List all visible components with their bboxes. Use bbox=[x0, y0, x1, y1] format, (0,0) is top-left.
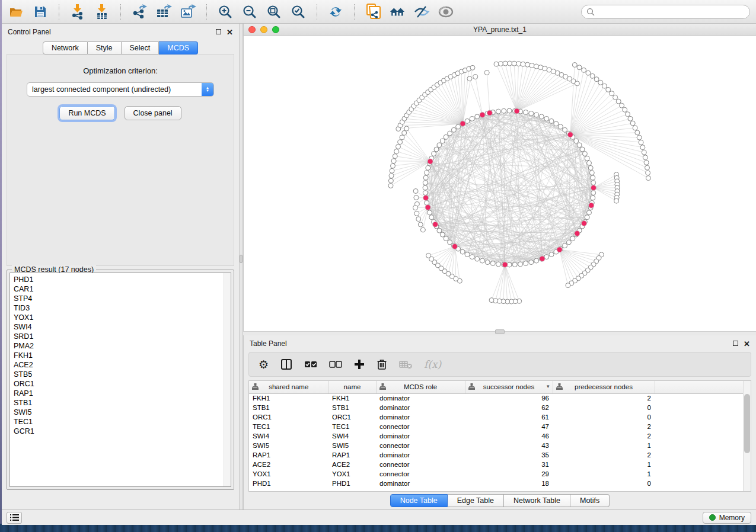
main-toolbar bbox=[2, 0, 756, 24]
column-header-MCDS-role[interactable]: MCDS role bbox=[376, 381, 465, 393]
mcds-result-item[interactable]: SWI4 bbox=[14, 322, 231, 332]
mcds-result-item[interactable]: PHD1 bbox=[14, 275, 231, 284]
table-panel-close-icon[interactable]: ✕ bbox=[744, 340, 750, 348]
horizontal-splitter-grip[interactable] bbox=[495, 329, 505, 334]
mcds-result-item[interactable]: SRD1 bbox=[14, 332, 231, 341]
mcds-list-scrollbar[interactable] bbox=[224, 273, 231, 486]
select-all-rows-icon[interactable] bbox=[304, 360, 317, 368]
tab-node-table[interactable]: Node Table bbox=[390, 494, 448, 507]
table-row[interactable]: RAP1RAP1dominator352 bbox=[249, 450, 751, 460]
close-panel-button[interactable]: Close panel bbox=[125, 106, 181, 120]
tab-motifs[interactable]: Motifs bbox=[570, 494, 610, 507]
run-mcds-button[interactable]: Run MCDS bbox=[59, 106, 114, 120]
node-table-header-row: shared namenameMCDS rolesuccessor nodes▾… bbox=[249, 381, 751, 393]
table-row[interactable]: ACE2ACE2connector311 bbox=[249, 460, 751, 469]
network-canvas[interactable] bbox=[244, 36, 756, 331]
zoom-out-icon[interactable] bbox=[241, 4, 258, 20]
mcds-result-item[interactable]: STP4 bbox=[14, 294, 231, 303]
window-minimize-icon[interactable] bbox=[260, 26, 267, 33]
window-close-icon[interactable] bbox=[248, 26, 256, 33]
column-header-predecessor-nodes[interactable]: predecessor nodes bbox=[553, 381, 655, 393]
table-scrollbar-thumb[interactable] bbox=[744, 394, 750, 453]
control-panel-title: Control Panel bbox=[8, 28, 51, 36]
delete-columns-icon[interactable] bbox=[377, 358, 387, 370]
table-row[interactable]: SWI5SWI5connector431 bbox=[249, 441, 751, 450]
status-bar: Memory bbox=[2, 509, 756, 525]
mcds-result-item[interactable]: YOX1 bbox=[14, 313, 231, 322]
save-session-icon[interactable] bbox=[32, 4, 49, 20]
tab-mcds[interactable]: MCDS bbox=[159, 41, 198, 55]
optimization-criterion-select[interactable]: largest connected component (undirected)… bbox=[27, 82, 214, 97]
table-settings-icon[interactable]: ⚙ bbox=[259, 358, 269, 371]
table-row[interactable]: TEC1TEC1connector472 bbox=[249, 422, 751, 431]
export-image-icon[interactable] bbox=[180, 4, 196, 20]
show-log-console-button[interactable] bbox=[7, 512, 22, 524]
table-row[interactable]: ORC1ORC1dominator610 bbox=[249, 412, 751, 422]
control-panel-float-icon[interactable] bbox=[216, 29, 221, 36]
node-table-body: FKH1FKH1dominator962STB1STB1dominator620… bbox=[249, 393, 751, 488]
mcds-result-item[interactable]: RAP1 bbox=[14, 389, 231, 398]
table-row[interactable]: SWI4SWI4dominator462 bbox=[249, 431, 751, 441]
tab-style[interactable]: Style bbox=[88, 41, 122, 55]
delete-table-icon bbox=[399, 360, 412, 369]
table-row[interactable]: YOX1YOX1connector291 bbox=[249, 469, 751, 479]
memory-status-icon bbox=[709, 514, 716, 521]
open-file-icon[interactable] bbox=[8, 4, 24, 20]
optimization-criterion-label: Optimization criterion: bbox=[7, 66, 234, 75]
import-network-icon[interactable] bbox=[69, 4, 86, 20]
clone-network-icon[interactable] bbox=[365, 4, 381, 20]
search-input[interactable] bbox=[598, 8, 745, 16]
vertical-splitter-grip[interactable] bbox=[240, 255, 243, 263]
function-builder-icon: f(x) bbox=[424, 358, 441, 370]
list-icon bbox=[10, 514, 19, 521]
tab-network[interactable]: Network bbox=[43, 41, 88, 55]
mcds-result-item[interactable]: STB5 bbox=[14, 370, 231, 379]
mcds-result-item[interactable]: SWI5 bbox=[14, 408, 231, 417]
mcds-result-item[interactable]: TID3 bbox=[14, 303, 231, 313]
mcds-result-item[interactable]: STB1 bbox=[14, 398, 231, 408]
tab-select[interactable]: Select bbox=[122, 41, 160, 55]
table-toolbar: ⚙ bbox=[248, 352, 751, 377]
vertical-splitter[interactable] bbox=[239, 24, 243, 509]
table-row[interactable]: FKH1FKH1dominator962 bbox=[249, 393, 751, 403]
import-table-icon[interactable] bbox=[94, 4, 110, 20]
window-maximize-icon[interactable] bbox=[272, 26, 279, 33]
table-scrollbar[interactable] bbox=[743, 381, 751, 491]
export-network-icon[interactable] bbox=[131, 4, 148, 20]
table-row[interactable]: STB1STB1dominator620 bbox=[249, 403, 751, 412]
node-table-container: shared namenameMCDS rolesuccessor nodes▾… bbox=[248, 380, 751, 492]
export-table-icon[interactable] bbox=[155, 4, 172, 20]
zoom-selected-icon[interactable] bbox=[290, 4, 307, 20]
refresh-view-icon[interactable] bbox=[327, 4, 344, 20]
mcds-result-item[interactable]: TEC1 bbox=[14, 417, 231, 427]
cytoscape-window: Control Panel ✕ NetworkStyleSelectMCDS O… bbox=[2, 0, 756, 525]
mcds-result-list[interactable]: PHD1CAR1STP4TID3YOX1SWI4SRD1PMA2FKH1ACE2… bbox=[9, 273, 231, 487]
hide-selected-icon[interactable] bbox=[413, 4, 430, 20]
table-panel: Table Panel ✕ ⚙ bbox=[243, 335, 756, 509]
first-neighbors-icon[interactable] bbox=[389, 4, 406, 20]
zoom-fit-icon[interactable] bbox=[266, 4, 282, 20]
column-header-name[interactable]: name bbox=[328, 381, 376, 393]
mcds-result-item[interactable]: GCR1 bbox=[14, 427, 231, 436]
add-column-icon[interactable] bbox=[354, 359, 365, 370]
column-header-successor-nodes[interactable]: successor nodes▾ bbox=[465, 381, 553, 393]
network-search-box[interactable] bbox=[581, 5, 750, 19]
mcds-result-item[interactable]: PMA2 bbox=[14, 341, 231, 351]
memory-button[interactable]: Memory bbox=[703, 512, 751, 524]
table-panel-float-icon[interactable] bbox=[733, 341, 738, 347]
control-panel-close-icon[interactable]: ✕ bbox=[227, 28, 233, 36]
mcds-result-item[interactable]: ACE2 bbox=[14, 360, 231, 370]
show-graphics-details-icon[interactable] bbox=[438, 4, 454, 20]
mcds-result-item[interactable]: ORC1 bbox=[14, 379, 231, 389]
deselect-all-rows-icon[interactable] bbox=[329, 360, 342, 368]
mcds-result-item[interactable]: FKH1 bbox=[14, 351, 231, 360]
show-columns-icon[interactable] bbox=[280, 358, 292, 370]
tab-network-table[interactable]: Network Table bbox=[504, 494, 570, 507]
tab-edge-table[interactable]: Edge Table bbox=[448, 494, 504, 507]
column-header-shared-name[interactable]: shared name bbox=[249, 381, 328, 393]
mcds-result-item[interactable]: CAR1 bbox=[14, 284, 231, 294]
zoom-in-icon[interactable] bbox=[217, 4, 234, 20]
network-graph[interactable] bbox=[244, 36, 756, 330]
table-row[interactable]: PHD1PHD1dominator180 bbox=[249, 479, 751, 488]
horizontal-splitter[interactable] bbox=[243, 331, 756, 335]
